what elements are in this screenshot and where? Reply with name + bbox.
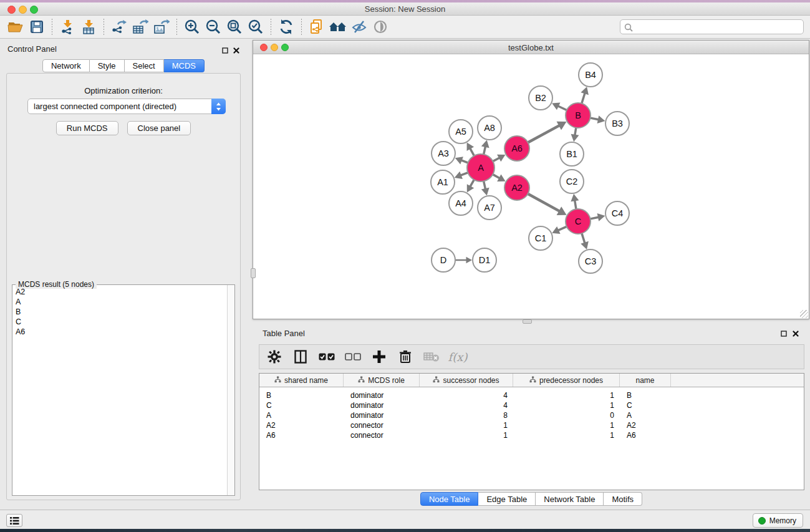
deselect-all-icon[interactable] — [344, 348, 362, 365]
table-cell: C — [620, 400, 671, 410]
graph-edge[interactable] — [590, 118, 599, 120]
list-item[interactable]: C — [13, 317, 226, 327]
search-field — [620, 19, 804, 34]
zoom-out-icon[interactable] — [203, 17, 224, 36]
graph-edge[interactable] — [558, 226, 567, 231]
table-row[interactable]: Bdominator41B — [259, 390, 804, 400]
column-header-name[interactable]: name — [620, 374, 671, 387]
graph-edge[interactable] — [558, 106, 567, 110]
table-cell: 1 — [420, 430, 513, 440]
export-network-icon[interactable] — [108, 17, 130, 36]
column-header-mcds-role[interactable]: MCDS role — [344, 374, 420, 387]
import-network-icon[interactable] — [57, 17, 78, 36]
column-header-shared-name[interactable]: shared name — [259, 374, 344, 387]
list-item[interactable]: A6 — [13, 327, 226, 337]
run-mcds-button[interactable]: Run MCDS — [56, 121, 118, 135]
delete-table-icon[interactable] — [423, 348, 440, 365]
graph-edge[interactable] — [582, 233, 585, 243]
graph-edge[interactable] — [492, 174, 499, 178]
list-item[interactable]: A2 — [13, 287, 226, 297]
zoom-fit-icon[interactable] — [224, 17, 245, 36]
table-cell: 4 — [420, 390, 513, 400]
column-header-successor-nodes[interactable]: successor nodes — [420, 374, 513, 387]
tab-network-table[interactable]: Network Table — [536, 492, 604, 506]
table-cell: C — [259, 400, 344, 410]
table-row[interactable]: Adominator80A — [259, 410, 804, 420]
table-row[interactable]: Cdominator41C — [259, 400, 804, 410]
open-session-icon[interactable] — [5, 17, 26, 36]
zoom-in-icon[interactable] — [181, 17, 203, 36]
tab-mcds[interactable]: MCDS — [164, 59, 205, 72]
table-cell: A — [620, 410, 671, 420]
node-label: C2 — [566, 177, 578, 186]
graph-edge[interactable] — [528, 125, 559, 143]
search-input[interactable] — [635, 21, 800, 32]
refresh-icon[interactable] — [276, 17, 297, 36]
node-label: A7 — [484, 203, 495, 213]
export-image-icon[interactable] — [151, 17, 172, 36]
graph-edge[interactable] — [470, 179, 475, 186]
table-cell — [671, 390, 804, 400]
optimization-criterion-select[interactable]: largest connected component (directed) — [27, 99, 226, 114]
settings-gear-icon[interactable] — [266, 348, 283, 365]
node-label: D1 — [479, 255, 491, 265]
tab-motifs[interactable]: Motifs — [604, 492, 642, 506]
node-label: C — [575, 216, 581, 226]
import-table-icon[interactable] — [78, 17, 99, 36]
list-item[interactable]: B — [13, 307, 226, 317]
graph-edge[interactable] — [470, 148, 475, 157]
tab-edge-table[interactable]: Edge Table — [478, 492, 536, 506]
graph-edge[interactable] — [483, 147, 485, 155]
tab-network[interactable]: Network — [42, 59, 90, 72]
table-cell: dominator — [344, 390, 420, 400]
control-panel-tabs: Network Style Select MCDS — [2, 59, 244, 72]
eye-icon[interactable] — [370, 17, 391, 36]
table-row[interactable]: A2connector11A2 — [259, 420, 804, 430]
graph-edge[interactable] — [483, 181, 485, 189]
graph-edge[interactable] — [582, 93, 585, 104]
hide-eye-icon[interactable] — [349, 17, 370, 36]
task-history-button[interactable] — [6, 514, 22, 527]
memory-button[interactable]: Memory — [753, 513, 803, 528]
network-window-titlebar: testGlobe.txt — [253, 41, 809, 54]
birdseye-grip[interactable] — [251, 268, 256, 278]
table-cell: 1 — [420, 420, 513, 430]
graph-edge[interactable] — [590, 217, 599, 219]
float-panel-icon[interactable] — [222, 45, 228, 56]
function-builder-icon[interactable]: f(x) — [449, 348, 466, 365]
select-all-icon[interactable] — [318, 348, 335, 365]
column-label: successor nodes — [443, 376, 499, 385]
float-panel-icon[interactable] — [781, 328, 787, 339]
zoom-selected-icon[interactable] — [245, 17, 266, 36]
control-panel-title: Control Panel — [7, 44, 57, 54]
resize-grip-icon[interactable] — [800, 310, 808, 318]
node-label: A1 — [437, 177, 448, 187]
close-panel-icon[interactable] — [793, 328, 799, 339]
optimization-criterion-value: largest connected component (directed) — [34, 102, 176, 111]
graph-edge[interactable] — [575, 200, 576, 210]
node-label: A — [478, 163, 484, 173]
list-item[interactable]: A — [13, 297, 226, 307]
home-icon[interactable] — [327, 17, 349, 36]
column-layout-icon[interactable] — [292, 348, 309, 365]
network-canvas[interactable]: B4B2BB3A8A5A6A3B1AC2A1A2A4A7C4CC1C3DD1 — [253, 55, 809, 319]
tab-style[interactable]: Style — [90, 59, 125, 72]
close-panel-button[interactable]: Close panel — [127, 121, 191, 135]
tab-node-table[interactable]: Node Table — [420, 492, 479, 506]
column-label: name — [635, 376, 654, 385]
save-session-icon[interactable] — [26, 17, 47, 36]
delete-column-icon[interactable] — [397, 348, 414, 365]
table-cell: 1 — [513, 390, 620, 400]
tab-select[interactable]: Select — [125, 59, 164, 72]
graph-edge[interactable] — [528, 193, 560, 211]
copy-network-icon[interactable] — [306, 17, 327, 36]
add-column-icon[interactable] — [370, 348, 388, 365]
close-panel-icon[interactable] — [233, 45, 239, 56]
export-table-icon[interactable] — [130, 17, 151, 36]
toolbar-divider — [176, 19, 177, 35]
column-header-predecessor-nodes[interactable]: predecessor nodes — [513, 374, 620, 387]
table-row[interactable]: A6connector11A6 — [259, 430, 804, 440]
table-cell: connector — [344, 420, 420, 430]
graph-edge[interactable] — [461, 172, 469, 175]
result-scrollbar[interactable] — [227, 285, 234, 495]
